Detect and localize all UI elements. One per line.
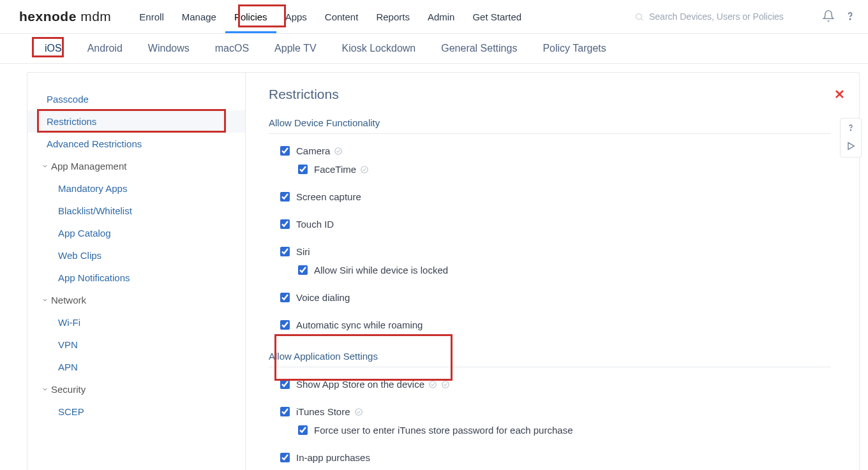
sidebar-group-app-management[interactable]: App Management (27, 155, 245, 177)
setting-label[interactable]: Allow Siri while device is locked (314, 265, 448, 275)
setting-checkbox[interactable] (280, 320, 290, 330)
topnav-item-manage[interactable]: Manage (173, 1, 225, 33)
setting-label[interactable]: Camera (296, 145, 330, 156)
setting-checkbox[interactable] (298, 425, 308, 435)
svg-point-6 (442, 381, 449, 388)
topnav-item-enroll[interactable]: Enroll (130, 1, 172, 33)
setting-label[interactable]: Voice dialing (296, 292, 350, 303)
info-icon (428, 380, 437, 389)
topnav-item-apps[interactable]: Apps (276, 1, 316, 33)
brand-suffix: mdm (77, 9, 112, 24)
setting-checkbox[interactable] (280, 453, 290, 462)
info-icon (441, 380, 450, 389)
setting-row: Allow Siri while device is locked (280, 261, 859, 279)
subtab-macos[interactable]: macOS (202, 34, 262, 63)
sidebar-group-network[interactable]: Network (27, 289, 245, 311)
info-icon (354, 408, 363, 416)
notifications-icon[interactable] (822, 10, 835, 24)
info-icon (334, 147, 343, 156)
setting-label[interactable]: Show App Store on the device (296, 379, 424, 390)
side-helper (840, 118, 862, 158)
subtab-apple-tv[interactable]: Apple TV (262, 34, 329, 63)
topnav-item-policies[interactable]: Policies (225, 1, 276, 33)
panel-title: Restrictions (269, 87, 859, 102)
setting-label[interactable]: Screen capture (296, 191, 361, 202)
topnav-item-get-started[interactable]: Get Started (463, 1, 530, 33)
subtab-android[interactable]: Android (75, 34, 135, 63)
setting-row: iTunes Store (280, 402, 859, 421)
setting-row: Screen capture (280, 187, 859, 206)
setting-checkbox[interactable] (280, 379, 290, 389)
setting-row: Automatic sync while roaming (280, 316, 859, 334)
help-icon[interactable] (844, 10, 857, 24)
sidebar-subitem-blacklist-whitelist[interactable]: Blacklist/Whitelist (27, 200, 245, 222)
setting-label[interactable]: Touch ID (296, 219, 334, 230)
subtab-policy-targets[interactable]: Policy Targets (530, 34, 618, 63)
sidebar-subitem-app-catalog[interactable]: App Catalog (27, 222, 245, 244)
setting-row: Show App Store on the device (280, 375, 859, 393)
setting-label[interactable]: Automatic sync while roaming (296, 319, 423, 330)
setting-checkbox[interactable] (280, 293, 290, 302)
policy-platform-tabs-wrap: iOSAndroidWindowsmacOSApple TVKiosk Lock… (0, 34, 868, 64)
search-placeholder: Search Devices, Users or Policies (649, 11, 784, 22)
svg-point-0 (636, 13, 642, 19)
setting-row: Siri (280, 242, 859, 261)
setting-label[interactable]: Siri (296, 246, 310, 257)
setting-row: Voice dialing (280, 288, 859, 307)
sidebar-subitem-scep[interactable]: SCEP (27, 400, 245, 423)
policy-sidebar: PasscodeRestrictionsAdvanced Restriction… (27, 73, 246, 470)
svg-marker-9 (848, 143, 854, 150)
side-help-icon[interactable] (846, 122, 856, 135)
sidebar-item-passcode[interactable]: Passcode (27, 88, 245, 110)
subtab-ios[interactable]: iOS (32, 34, 75, 63)
sidebar-subitem-wi-fi[interactable]: Wi-Fi (27, 311, 245, 334)
sidebar-group-security[interactable]: Security (27, 378, 245, 400)
topnav-item-reports[interactable]: Reports (367, 1, 419, 33)
topnav-item-admin[interactable]: Admin (419, 1, 464, 33)
svg-point-2 (849, 18, 850, 19)
subtab-windows[interactable]: Windows (135, 34, 202, 63)
setting-row: Touch ID (280, 215, 859, 233)
info-icon (360, 165, 369, 174)
setting-row: FaceTime (280, 160, 859, 179)
sidebar-subitem-apn[interactable]: APN (27, 356, 245, 378)
brand-logo: hexnode mdm (19, 9, 111, 24)
svg-point-7 (355, 408, 362, 415)
global-search[interactable]: Search Devices, Users or Policies (634, 11, 813, 22)
svg-point-5 (430, 381, 437, 388)
sidebar-subitem-vpn[interactable]: VPN (27, 334, 245, 356)
svg-point-8 (850, 129, 851, 130)
top-nav: EnrollManagePoliciesAppsContentReportsAd… (130, 1, 530, 33)
svg-point-4 (361, 166, 368, 173)
setting-label[interactable]: Force user to enter iTunes store passwor… (314, 425, 572, 436)
sidebar-subitem-mandatory-apps[interactable]: Mandatory Apps (27, 177, 245, 200)
section-title: Allow Device Functionality (269, 117, 831, 134)
setting-row: In-app purchases (280, 448, 859, 467)
setting-checkbox[interactable] (280, 192, 290, 202)
setting-row: Force user to enter iTunes store passwor… (280, 421, 859, 439)
chevron-down-icon (41, 163, 49, 170)
sidebar-subitem-web-clips[interactable]: Web Clips (27, 244, 245, 267)
side-play-icon[interactable] (846, 141, 856, 153)
setting-checkbox[interactable] (280, 219, 290, 229)
setting-label[interactable]: FaceTime (314, 164, 356, 175)
chevron-down-icon (41, 297, 49, 304)
close-panel-button[interactable]: ✕ (834, 87, 845, 102)
setting-label[interactable]: iTunes Store (296, 406, 350, 417)
setting-checkbox[interactable] (280, 247, 290, 256)
setting-row: Camera (280, 142, 859, 160)
subtab-general-settings[interactable]: General Settings (428, 34, 530, 63)
setting-checkbox[interactable] (298, 165, 308, 174)
subtab-kiosk-lockdown[interactable]: Kiosk Lockdown (329, 34, 429, 63)
sidebar-subitem-app-notifications[interactable]: App Notifications (27, 267, 245, 289)
setting-checkbox[interactable] (298, 265, 308, 275)
sidebar-item-advanced-restrictions[interactable]: Advanced Restrictions (27, 133, 245, 155)
setting-label[interactable]: In-app purchases (296, 452, 370, 463)
topnav-item-content[interactable]: Content (316, 1, 368, 33)
setting-checkbox[interactable] (280, 146, 290, 156)
sidebar-item-restrictions[interactable]: Restrictions (27, 110, 245, 133)
section-title: Allow Application Settings (269, 351, 831, 367)
svg-line-1 (641, 18, 643, 20)
setting-checkbox[interactable] (280, 407, 290, 416)
policy-platform-tabs: iOSAndroidWindowsmacOSApple TVKiosk Lock… (0, 34, 868, 63)
